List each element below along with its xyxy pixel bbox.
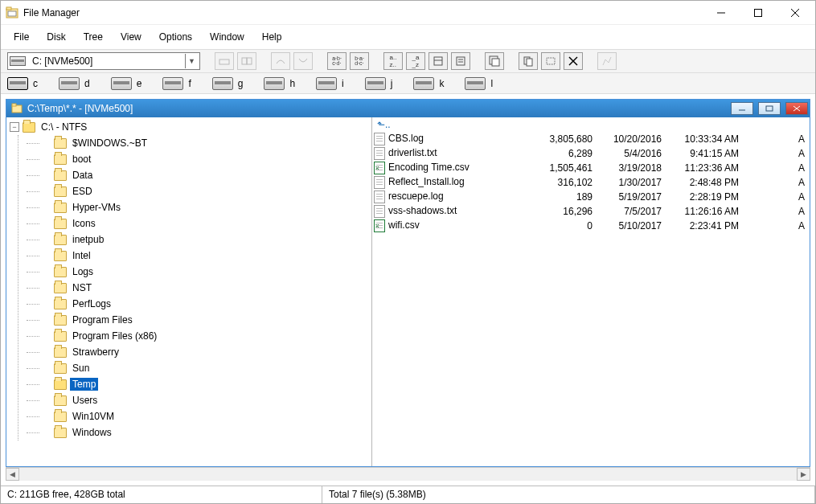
scroll-right-icon[interactable]: ▶: [797, 468, 810, 481]
svg-rect-18: [527, 59, 532, 66]
folder-icon: [54, 138, 67, 149]
file-list[interactable]: CBS.log3,805,68010/20/201610:33:34 AMAdr…: [372, 132, 810, 233]
tree-node-label: Strawberry: [70, 346, 121, 359]
file-date: 1/30/2017: [597, 175, 666, 190]
drive-icon: [413, 77, 434, 90]
tree-node-label: ESD: [70, 185, 95, 198]
new-window-button[interactable]: [485, 52, 504, 70]
toolbar-btn-last[interactable]: [597, 52, 617, 70]
sort-type-button[interactable]: b·a·d·c·: [350, 52, 369, 70]
drive-icon: [365, 77, 386, 90]
close-button[interactable]: [777, 2, 814, 24]
tree-node[interactable]: boot: [41, 151, 371, 167]
file-row[interactable]: wifi.csv05/10/20172:23:41 PMA: [372, 219, 810, 233]
menu-file[interactable]: File: [6, 28, 37, 46]
tree-node[interactable]: Intel: [41, 248, 371, 264]
tree-node[interactable]: Win10VM: [41, 408, 371, 424]
horizontal-scrollbar[interactable]: ◀ ▶: [6, 467, 810, 481]
sort-name-button[interactable]: a·b·c·d·: [327, 52, 346, 70]
toolbar-btn-2[interactable]: [237, 52, 256, 70]
file-row[interactable]: driverlist.txt6,2895/4/20169:41:15 AMA: [372, 146, 810, 161]
child-titlebar[interactable]: C:\Temp\*.* - [NVMe500]: [6, 100, 810, 117]
folder-icon: [54, 235, 67, 245]
tree-node[interactable]: NST: [41, 280, 371, 296]
file-date: 7/5/2017: [597, 204, 666, 219]
file-attr: A: [744, 190, 810, 204]
tree-root-node[interactable]: − C:\ - NTFS: [10, 119, 371, 135]
file-row[interactable]: Reflect_Install.log316,1021/30/20172:48:…: [372, 175, 810, 190]
tree-node[interactable]: inetpub: [41, 232, 371, 248]
file-attr: A: [744, 219, 810, 233]
up-directory[interactable]: ⬑..: [372, 117, 810, 132]
drive-dropdown[interactable]: C: [NVMe500] ▼: [7, 52, 200, 70]
file-row[interactable]: rescuepe.log1895/19/20172:28:19 PMA: [372, 190, 810, 204]
tree-node[interactable]: Program Files (x86): [41, 328, 371, 344]
drive-button-f[interactable]: f: [162, 76, 191, 92]
collapse-icon[interactable]: −: [10, 122, 19, 132]
tree-node[interactable]: Icons: [41, 215, 371, 232]
child-minimize-button[interactable]: [731, 102, 753, 115]
tree-node[interactable]: $WINDOWS.~BT: [41, 135, 371, 151]
svg-rect-23: [12, 104, 16, 106]
maximize-button[interactable]: [740, 2, 777, 24]
tree-node-label: Sun: [70, 362, 92, 375]
toolbar-btn-3[interactable]: [271, 52, 290, 70]
file-name: Reflect_Install.log: [388, 176, 465, 187]
folder-tree[interactable]: − C:\ - NTFS $WINDOWS.~BTbootDataESDHype…: [6, 117, 372, 466]
drive-button-e[interactable]: e: [111, 76, 142, 92]
app-icon: [6, 6, 18, 19]
menu-help[interactable]: Help: [254, 28, 290, 46]
tree-node[interactable]: ESD: [41, 183, 371, 199]
drive-button-k[interactable]: k: [413, 76, 444, 92]
tree-node[interactable]: Logs: [41, 264, 371, 280]
child-maximize-button[interactable]: [758, 102, 781, 115]
tree-node[interactable]: Data: [41, 167, 371, 183]
sort-4-button[interactable]: [451, 52, 470, 70]
copy-button[interactable]: [519, 52, 538, 70]
menu-disk[interactable]: Disk: [39, 28, 73, 46]
drive-button-i[interactable]: i: [316, 76, 344, 92]
drive-letter-label: f: [188, 78, 191, 89]
tree-node[interactable]: Windows: [41, 424, 371, 440]
drive-button-h[interactable]: h: [264, 76, 295, 92]
scroll-left-icon[interactable]: ◀: [6, 468, 19, 481]
menu-options[interactable]: Options: [151, 28, 200, 46]
file-attr: A: [744, 161, 810, 175]
menu-window[interactable]: Window: [202, 28, 252, 46]
menu-tree[interactable]: Tree: [76, 28, 111, 46]
drive-button-d[interactable]: d: [59, 76, 90, 92]
tree-node[interactable]: Temp: [41, 376, 371, 392]
workspace: C:\Temp\*.* - [NVMe500] − C:\ - NTFS $WI…: [1, 94, 815, 486]
tree-node[interactable]: PerfLogs: [41, 296, 371, 312]
minimize-button[interactable]: [703, 2, 740, 24]
toolbar-btn-4[interactable]: [293, 52, 313, 70]
svg-rect-7: [219, 59, 229, 64]
drive-button-l[interactable]: l: [465, 76, 493, 92]
file-size: 6,289: [533, 146, 597, 161]
file-row[interactable]: CBS.log3,805,68010/20/201610:33:34 AMA: [372, 132, 810, 146]
tree-node[interactable]: Sun: [41, 360, 371, 376]
file-name: CBS.log: [388, 133, 424, 144]
file-row[interactable]: vss-shadows.txt16,2967/5/201711:26:16 AM…: [372, 204, 810, 219]
move-button[interactable]: [541, 52, 560, 70]
sort-1-button[interactable]: a..z..: [383, 52, 403, 70]
sort-2-button[interactable]: _a_z: [406, 52, 425, 70]
tree-node[interactable]: Strawberry: [41, 344, 371, 360]
tree-node[interactable]: Users: [41, 392, 371, 408]
drive-button-g[interactable]: g: [212, 76, 244, 92]
drive-button-c[interactable]: c: [7, 76, 38, 92]
child-close-button[interactable]: [785, 102, 808, 115]
toolbar: C: [NVMe500] ▼ a·b·c·d· b·a·d·c· a..z.. …: [1, 49, 815, 73]
menu-view[interactable]: View: [113, 28, 150, 46]
sort-3-button[interactable]: [429, 52, 448, 70]
tree-node[interactable]: Program Files: [41, 312, 371, 328]
drive-icon: [212, 77, 233, 90]
tree-node[interactable]: Hyper-VMs: [41, 199, 371, 215]
status-selection: Total 7 file(s) (5.38MB): [322, 486, 815, 503]
delete-button[interactable]: [564, 52, 583, 70]
csv-file-icon: [374, 219, 385, 232]
drive-letter-label: h: [289, 78, 295, 89]
file-row[interactable]: Encoding Time.csv1,505,4613/19/201811:23…: [372, 161, 810, 175]
toolbar-btn-1[interactable]: [215, 52, 234, 70]
drive-button-j[interactable]: j: [365, 76, 393, 92]
